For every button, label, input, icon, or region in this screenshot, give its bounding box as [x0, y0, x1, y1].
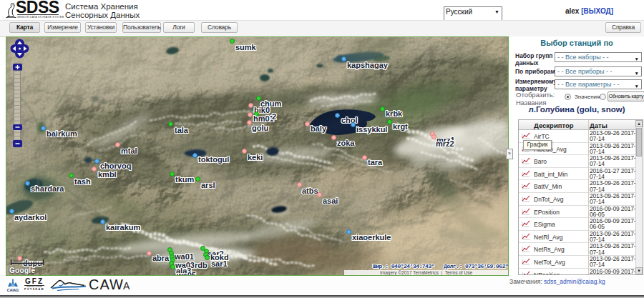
svg-text:CAIAG: CAIAG — [7, 288, 19, 292]
svg-text:A: A — [123, 280, 130, 292]
svg-text:CAW: CAW — [89, 277, 124, 292]
